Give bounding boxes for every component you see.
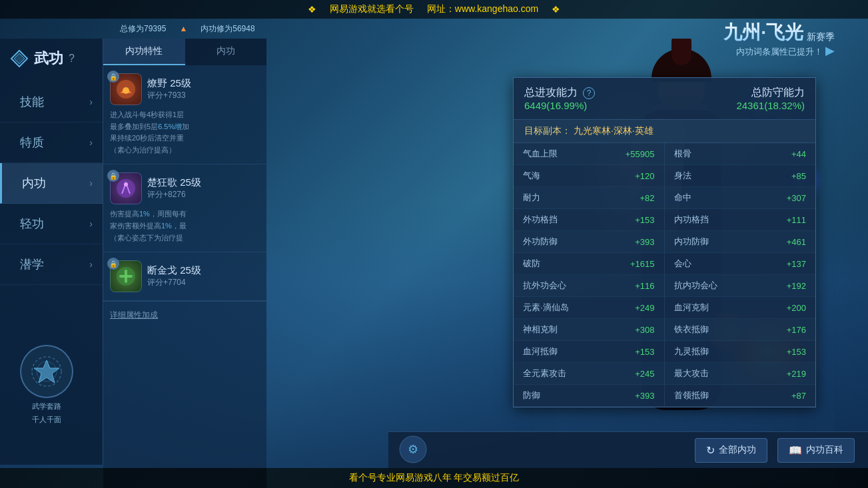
encyclopedia-label: 内功百科 — [806, 444, 843, 456]
stat-label: 外功防御 — [523, 236, 558, 248]
stat-label: 首领抵御 — [674, 389, 709, 401]
popup-stat-row: 防御 +393 — [514, 385, 665, 407]
sidebar-item-label: 特质 — [20, 134, 44, 150]
total-power: 总修为79395 — [120, 23, 166, 35]
sidebar-item-neigong[interactable]: 内功 › — [0, 163, 103, 204]
banner-decor-left: ❖ — [308, 4, 316, 15]
wugong-icon — [10, 49, 29, 68]
sidebar-item-label: 潜学 — [20, 256, 44, 272]
skill-desc-liaoya: 进入战斗每4秒获得1层 最多叠加到5层6.5%增加 果持续20秒后清空并重 （素… — [110, 109, 260, 156]
svg-rect-11 — [119, 275, 133, 278]
detail-attr-bar[interactable]: 详细属性加成 — [103, 301, 266, 328]
popup-stat-row: 神相克制 +308 — [514, 319, 665, 341]
sidebar-arrow-icon: › — [89, 97, 93, 107]
stat-val: +219 — [787, 369, 806, 379]
popup-defense-title: 总防守能力 — [736, 86, 805, 100]
wuxue-badge[interactable]: 武学套路 千人千面 — [7, 345, 87, 425]
stat-val: +461 — [787, 237, 806, 247]
stat-label: 气血上限 — [523, 148, 558, 160]
tab-neigong[interactable]: 内功 — [185, 39, 267, 65]
stat-val: +85 — [791, 171, 806, 181]
char-hair-bun — [671, 39, 691, 65]
banner-decor-right: ❖ — [552, 4, 560, 15]
stat-label: 全元素攻击 — [523, 367, 566, 379]
sidebar-title: 武功 — [34, 49, 63, 69]
popup-stat-row: 外功格挡 +153 — [514, 209, 665, 231]
sidebar-item-skills[interactable]: 技能 › — [0, 82, 103, 122]
stat-label: 身法 — [674, 170, 691, 182]
sidebar-item-traits[interactable]: 特质 › — [0, 122, 103, 163]
sidebar-item-qianxue[interactable]: 潜学 › — [0, 244, 103, 285]
popup-stat-row: 会心 +137 — [665, 253, 816, 275]
popup-help-icon[interactable]: ? — [583, 87, 595, 99]
tab-neigong-traits[interactable]: 内功特性 — [103, 39, 185, 65]
sidebar-item-label: 轻功 — [20, 216, 44, 232]
skill-score-duanjinge: 评分+7704 — [147, 277, 260, 288]
right-char-area: 总进攻能力 ? 6449(16.99%) 总防守能力 24361(18.32%)… — [266, 39, 868, 488]
skill-info-duanjinge: 断金戈 25级 评分+7704 — [147, 264, 260, 288]
popup-stat-row: 血河克制 +200 — [665, 297, 816, 319]
top-banner: ❖ 网易游戏就选看个号 网址：www.kangehao.com ❖ — [0, 0, 868, 19]
sidebar-help-icon[interactable]: ? — [69, 53, 75, 65]
lock-icon: 🔒 — [107, 71, 119, 83]
stat-label: 抗外功会心 — [523, 280, 566, 292]
game-title-sub: 新赛季 — [807, 31, 835, 43]
popup-stat-row: 抗外功会心 +116 — [514, 275, 665, 297]
skill-name-duanjinge: 断金戈 25级 — [147, 264, 260, 277]
middle-panel: 内功特性 内功 🔒 燎野 25级 评分+ — [103, 39, 266, 488]
encyclopedia-button[interactable]: 📖 内功百科 — [777, 438, 855, 463]
popup-stat-row: 血河抵御 +153 — [514, 341, 665, 363]
banner-text2: 网址：www.kangehao.com — [427, 3, 538, 15]
stat-val: +55905 — [626, 149, 655, 159]
stat-val: +308 — [635, 325, 654, 335]
skill-desc-chukuangge: 伤害提高1%，周围每有 家伤害额外提高1%，最 （素心姿态下为治疗提 — [110, 208, 260, 244]
popup-attack-title: 总进攻能力 — [524, 86, 578, 100]
popup-stat-row: 破防 +1615 — [514, 253, 665, 275]
sidebar-header: 武功 ? — [0, 39, 103, 75]
sidebar-arrow-icon: › — [89, 178, 93, 188]
game-title-text: 九州·飞光 — [723, 20, 803, 45]
popup-header: 总进攻能力 ? 6449(16.99%) 总防守能力 24361(18.32%) — [514, 78, 815, 120]
badge-icon — [30, 355, 63, 388]
stat-val: +153 — [635, 347, 654, 357]
stat-label: 九灵抵御 — [674, 346, 709, 358]
game-title-area: 九州·飞光 新赛季 — [723, 20, 835, 45]
sidebar-arrow-icon: › — [89, 218, 93, 229]
sidebar-item-label: 内功 — [22, 175, 46, 191]
popup-stat-row: 耐力 +82 — [514, 187, 665, 209]
popup-stat-row: 元素·滴仙岛 +249 — [514, 297, 665, 319]
sidebar-arrow-icon: › — [89, 259, 93, 270]
popup-stats-grid: 气血上限 +55905 根骨 +44 气海 +120 身法 +85 耐力 +82… — [514, 143, 815, 407]
badge-label-sub: 千人千面 — [7, 415, 87, 425]
popup-stat-row: 身法 +85 — [665, 165, 816, 187]
target-label: 目标副本： — [524, 125, 571, 136]
game-title-message: 内功词条属性已提升！ ▶ — [736, 43, 835, 58]
stat-val: +307 — [787, 193, 806, 203]
all-neigong-button[interactable]: ↻ 全部内功 — [695, 438, 767, 463]
tab-bar: 内功特性 内功 — [103, 39, 266, 65]
sidebar-item-qinggong[interactable]: 轻功 › — [0, 204, 103, 244]
stat-label: 气海 — [523, 170, 540, 182]
detail-attr-label[interactable]: 详细属性加成 — [110, 310, 158, 320]
skill-card-duanjinge: 🔒 断金戈 25级 评分+7704 — [103, 252, 266, 301]
popup-target-row: 目标副本： 九光寒林·深林·英雄 — [514, 120, 815, 143]
stat-label: 会心 — [674, 258, 691, 270]
stat-val: +153 — [787, 347, 806, 357]
popup-stat-row: 首领抵御 +87 — [665, 385, 816, 407]
stat-label: 破防 — [523, 258, 540, 270]
attribute-popup: 总进攻能力 ? 6449(16.99%) 总防守能力 24361(18.32%)… — [513, 77, 816, 407]
badge-label-main: 武学套路 — [7, 401, 87, 411]
skill-card-liaoya: 🔒 燎野 25级 评分+7933 进入战斗每4秒获得1层 最多叠加 — [103, 65, 266, 164]
stat-val: +249 — [635, 303, 654, 313]
stat-label: 最大攻击 — [674, 367, 709, 379]
popup-attack-section: 总进攻能力 ? 6449(16.99%) — [524, 86, 595, 111]
popup-stat-row: 气血上限 +55905 — [514, 143, 665, 165]
popup-stat-row: 气海 +120 — [514, 165, 665, 187]
skill-card-chukuangge: 🔒 楚狂歌 25级 评分+8276 伤害提高1%，周围每有 家伤害 — [103, 164, 266, 252]
skill-score-liaoya: 评分+7933 — [147, 90, 260, 101]
target-val: 九光寒林·深林·英雄 — [574, 125, 653, 136]
popup-attack-val: 6449(16.99%) — [524, 100, 595, 111]
popup-defense-val: 24361(18.32%) — [736, 100, 805, 111]
popup-stat-row: 外功防御 +393 — [514, 231, 665, 253]
popup-stat-row: 抗内功会心 +192 — [665, 275, 816, 297]
